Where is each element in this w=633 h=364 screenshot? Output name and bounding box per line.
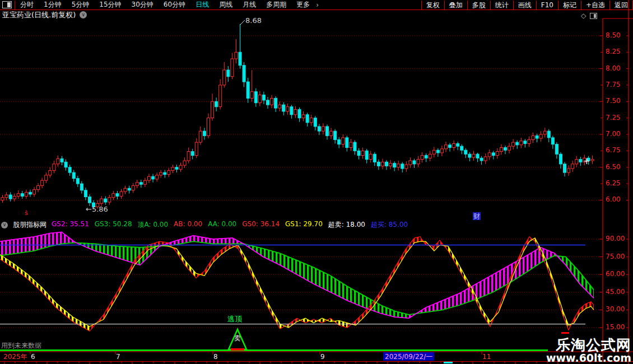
indicator-value-AA: AA: 0.00 bbox=[208, 220, 236, 230]
corner-icons: ◇ bbox=[581, 12, 597, 20]
indicator-axis-label: 30.00 bbox=[606, 305, 628, 313]
high-annotation: 8.68 bbox=[245, 16, 262, 25]
cross-marker: + bbox=[583, 156, 590, 166]
indicator-name[interactable]: 股朋指标网 bbox=[13, 220, 46, 230]
chart-canvas bbox=[0, 0, 633, 364]
indicator-values: GS2: 35.51GS3: 50.28顶A: 0.00AB: 0.00AA: … bbox=[52, 220, 408, 230]
window-icon[interactable] bbox=[590, 13, 597, 19]
indicator-header: ∨ 股朋指标网 GS2: 35.51GS3: 50.28顶A: 0.00AB: … bbox=[1, 221, 408, 229]
indicator-value-GS2: GS2: 35.51 bbox=[52, 220, 89, 230]
indicator-axis-label: 90.00 bbox=[606, 235, 628, 242]
indicator-value-AB: AB: 0.00 bbox=[174, 220, 202, 230]
price-axis-label: 6.75 bbox=[606, 146, 628, 154]
year-label: 2025年 bbox=[3, 352, 27, 361]
indicator-value-GS0: GS0: 36.14 bbox=[242, 220, 280, 230]
watermark-line1: 乐淘公式网 bbox=[546, 338, 631, 353]
low-annotation: ←5.86 bbox=[86, 205, 108, 213]
indicator-axis-label: 15.00 bbox=[606, 323, 628, 331]
sell-label: 卖 bbox=[234, 334, 241, 343]
price-axis-label: 7.50 bbox=[606, 97, 628, 105]
indicator-value-顶A: 顶A: 0.00 bbox=[138, 220, 169, 230]
cai-badge[interactable]: 财 bbox=[473, 212, 481, 220]
month-label-6: 6 bbox=[31, 352, 35, 361]
crosshair-date-badge: 2025/09/22/一 bbox=[383, 352, 434, 361]
month-label-11: 11 bbox=[482, 352, 491, 361]
escape-top-label: 逃顶 bbox=[227, 314, 242, 324]
month-label-9: 9 bbox=[320, 352, 325, 361]
price-axis-label: 7.75 bbox=[606, 81, 628, 88]
indicator-axis-label: 45.00 bbox=[606, 288, 628, 296]
sell-signal-marker: ŝ bbox=[25, 209, 28, 217]
indicator-value-GS3: GS3: 50.28 bbox=[95, 220, 132, 230]
indicator-value-超买: 超买: 85.00 bbox=[371, 220, 408, 230]
date-axis: 2025年 678911 2025/09/22/一 bbox=[0, 352, 633, 361]
price-axis-label: 6.50 bbox=[606, 163, 628, 171]
future-data-warning: 用到未来数据 bbox=[1, 341, 41, 351]
price-axis-label: 8.25 bbox=[606, 48, 628, 55]
diamond-icon[interactable]: ◇ bbox=[581, 12, 586, 20]
indicator-axis-label: 75.00 bbox=[606, 253, 628, 260]
price-axis-label: 6.00 bbox=[606, 195, 628, 203]
watermark-line2: www.60lt.com bbox=[546, 353, 631, 364]
price-axis-label: 7.25 bbox=[606, 114, 628, 122]
month-label-8: 8 bbox=[213, 352, 218, 361]
price-axis-label: 7.00 bbox=[606, 130, 628, 138]
indicator-value-超卖: 超卖: 18.00 bbox=[328, 220, 365, 230]
price-axis-label: 6.25 bbox=[606, 179, 628, 187]
watermark: 乐淘公式网 www.60lt.com bbox=[546, 338, 631, 364]
price-axis-label: 8.50 bbox=[606, 31, 628, 39]
month-label-7: 7 bbox=[116, 352, 120, 361]
indicator-value-GS1: GS1: 29.70 bbox=[285, 220, 323, 230]
indicator-axis-label: 60.00 bbox=[606, 270, 628, 278]
price-axis-label: 8.00 bbox=[606, 64, 628, 72]
chevron-down-icon[interactable]: ∨ bbox=[1, 222, 8, 228]
